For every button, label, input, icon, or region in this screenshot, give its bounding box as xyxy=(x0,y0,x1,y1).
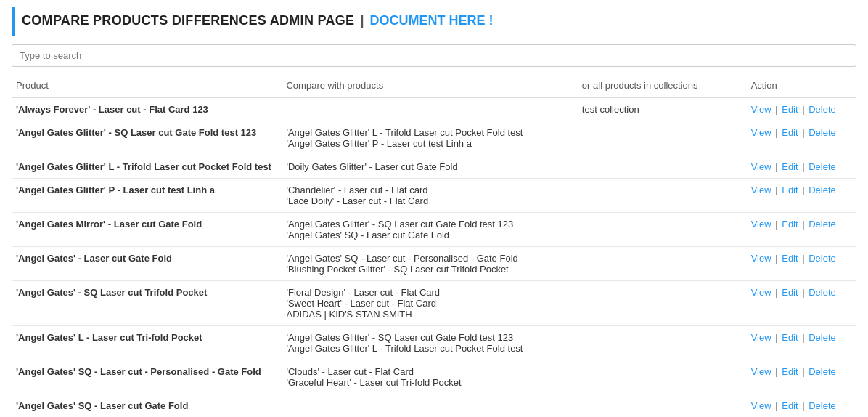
product-name: 'Angel Gates' L - Laser cut Tri-fold Poc… xyxy=(16,332,202,343)
compare-cell: 'Angel Gates Glitter' L - Trifold Laser … xyxy=(282,121,577,155)
action-links: View | Edit | Delete xyxy=(751,104,852,115)
collections-cell xyxy=(578,360,747,394)
compare-item: ADIDAS | KID'S STAN SMITH xyxy=(286,309,573,320)
action-separator: | xyxy=(773,332,781,343)
compare-cell: 'Doily Gates Glitter' - Laser cut Gate F… xyxy=(282,155,577,179)
view-link[interactable]: View xyxy=(751,287,771,298)
compare-cell: 'Clouds' - Laser cut - Flat Card'Gracefu… xyxy=(282,360,577,394)
action-cell: View | Edit | Delete xyxy=(747,394,856,418)
collections-cell xyxy=(578,326,747,360)
edit-link[interactable]: Edit xyxy=(782,185,798,195)
product-name: 'Angel Gates Glitter' L - Trifold Laser … xyxy=(16,161,271,172)
col-header-compare: Compare with products xyxy=(282,74,577,97)
product-name: 'Angel Gates Glitter' P - Laser cut test… xyxy=(16,185,215,195)
table-row: 'Angel Gates Glitter' - SQ Laser cut Gat… xyxy=(12,121,856,155)
collections-cell xyxy=(578,213,747,247)
edit-link[interactable]: Edit xyxy=(782,219,798,230)
product-name: 'Angel Gates' SQ - Laser cut Gate Fold xyxy=(16,400,188,411)
table-row: 'Angel Gates' L - Laser cut Tri-fold Poc… xyxy=(12,326,856,360)
product-name: 'Angel Gates' - SQ Laser cut Trifold Poc… xyxy=(16,287,207,298)
compare-item: 'Angel Gates Glitter' L - Trifold Laser … xyxy=(286,343,573,354)
action-links: View | Edit | Delete xyxy=(751,400,852,411)
view-link[interactable]: View xyxy=(751,219,771,230)
view-link[interactable]: View xyxy=(751,366,771,377)
action-links: View | Edit | Delete xyxy=(751,127,852,138)
compare-item: 'Blushing Pocket Glitter' - SQ Laser cut… xyxy=(286,264,573,275)
action-separator: | xyxy=(773,366,781,377)
delete-link[interactable]: Delete xyxy=(808,127,836,138)
page-title: COMPARE PRODUCTS DIFFERENCES ADMIN PAGE xyxy=(22,13,354,28)
table-body: 'Always Forever' - Laser cut - Flat Card… xyxy=(12,97,856,417)
table-row: 'Angel Gates' SQ - Laser cut Gate FoldVi… xyxy=(12,394,856,418)
view-link[interactable]: View xyxy=(751,127,771,138)
delete-link[interactable]: Delete xyxy=(808,400,836,411)
view-link[interactable]: View xyxy=(751,332,771,343)
action-cell: View | Edit | Delete xyxy=(747,121,856,155)
action-separator: | xyxy=(800,253,808,264)
delete-link[interactable]: Delete xyxy=(808,161,836,172)
action-separator: | xyxy=(800,219,808,230)
product-cell: 'Angel Gates Glitter' P - Laser cut test… xyxy=(12,179,282,213)
col-header-action: Action xyxy=(747,74,856,97)
delete-link[interactable]: Delete xyxy=(808,332,836,343)
compare-item: 'Doily Gates Glitter' - Laser cut Gate F… xyxy=(286,161,573,172)
action-separator: | xyxy=(773,185,781,195)
table-row: 'Angel Gates' - SQ Laser cut Trifold Poc… xyxy=(12,281,856,326)
action-separator: | xyxy=(773,400,781,411)
view-link[interactable]: View xyxy=(751,253,771,264)
action-cell: View | Edit | Delete xyxy=(747,326,856,360)
action-links: View | Edit | Delete xyxy=(751,253,852,264)
edit-link[interactable]: Edit xyxy=(782,366,798,377)
delete-link[interactable]: Delete xyxy=(808,287,836,298)
action-separator: | xyxy=(773,219,781,230)
products-table: Product Compare with products or all pro… xyxy=(12,74,856,417)
table-row: 'Angel Gates Glitter' L - Trifold Laser … xyxy=(12,155,856,179)
delete-link[interactable]: Delete xyxy=(808,185,836,195)
action-separator: | xyxy=(800,287,808,298)
compare-cell: 'Angel Gates Glitter' - SQ Laser cut Gat… xyxy=(282,213,577,247)
delete-link[interactable]: Delete xyxy=(808,219,836,230)
delete-link[interactable]: Delete xyxy=(808,253,836,264)
action-cell: View | Edit | Delete xyxy=(747,97,856,121)
action-separator: | xyxy=(800,366,808,377)
action-separator: | xyxy=(800,104,808,115)
compare-item: 'Graceful Heart' - Laser cut Tri-fold Po… xyxy=(286,377,573,388)
collections-cell xyxy=(578,394,747,418)
edit-link[interactable]: Edit xyxy=(782,332,798,343)
delete-link[interactable]: Delete xyxy=(808,366,836,377)
edit-link[interactable]: Edit xyxy=(782,400,798,411)
document-link[interactable]: DOCUMENT HERE ! xyxy=(369,13,493,28)
page-wrapper: COMPARE PRODUCTS DIFFERENCES ADMIN PAGE … xyxy=(0,0,868,417)
action-separator: | xyxy=(800,332,808,343)
edit-link[interactable]: Edit xyxy=(782,287,798,298)
product-name: 'Angel Gates Glitter' - SQ Laser cut Gat… xyxy=(16,127,256,138)
action-separator: | xyxy=(800,400,808,411)
collections-cell: test collection xyxy=(578,97,747,121)
view-link[interactable]: View xyxy=(751,400,771,411)
edit-link[interactable]: Edit xyxy=(782,253,798,264)
delete-link[interactable]: Delete xyxy=(808,104,836,115)
search-input[interactable] xyxy=(12,44,856,67)
edit-link[interactable]: Edit xyxy=(782,161,798,172)
table-row: 'Always Forever' - Laser cut - Flat Card… xyxy=(12,97,856,121)
compare-item: 'Lace Doily' - Laser cut - Flat Card xyxy=(286,195,573,206)
product-cell: 'Angel Gates' SQ - Laser cut Gate Fold xyxy=(12,394,282,418)
product-cell: 'Angel Gates' L - Laser cut Tri-fold Poc… xyxy=(12,326,282,360)
collections-cell xyxy=(578,121,747,155)
compare-cell xyxy=(282,97,577,121)
action-separator: | xyxy=(773,287,781,298)
action-separator: | xyxy=(773,127,781,138)
view-link[interactable]: View xyxy=(751,185,771,195)
action-links: View | Edit | Delete xyxy=(751,287,852,298)
edit-link[interactable]: Edit xyxy=(782,104,798,115)
compare-cell: 'Angel Gates Glitter' - SQ Laser cut Gat… xyxy=(282,326,577,360)
view-link[interactable]: View xyxy=(751,161,771,172)
product-cell: 'Angel Gates' - SQ Laser cut Trifold Poc… xyxy=(12,281,282,326)
edit-link[interactable]: Edit xyxy=(782,127,798,138)
view-link[interactable]: View xyxy=(751,104,771,115)
product-cell: 'Angel Gates Mirror' - Laser cut Gate Fo… xyxy=(12,213,282,247)
product-cell: 'Angel Gates' SQ - Laser cut - Personali… xyxy=(12,360,282,394)
header-separator: | xyxy=(360,13,364,28)
compare-item: 'Angel Gates' SQ - Laser cut Gate Fold xyxy=(286,230,573,240)
compare-cell: 'Angel Gates' SQ - Laser cut - Personali… xyxy=(282,247,577,281)
